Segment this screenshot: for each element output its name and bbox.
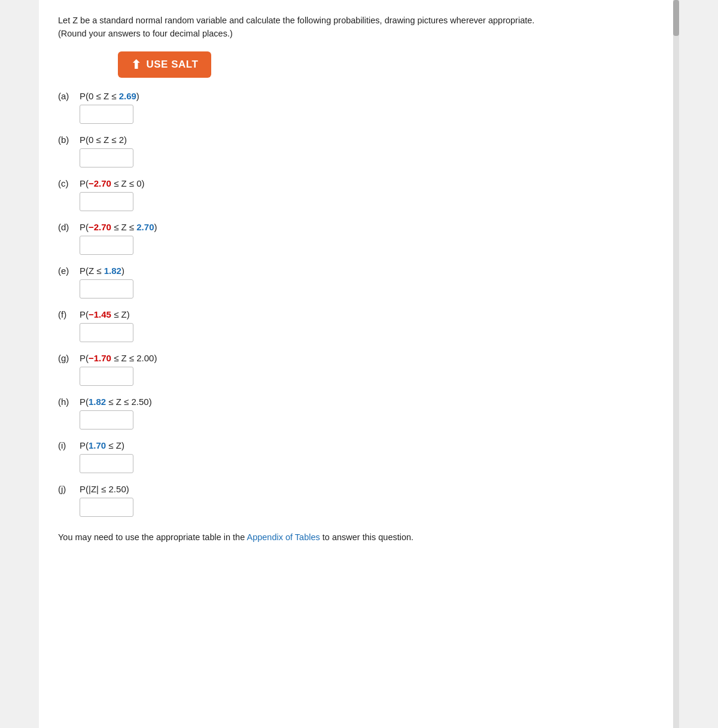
problem-letter-b: (b) — [58, 135, 75, 145]
problem-expr-j: P(|Z| ≤ 2.50) — [80, 484, 129, 494]
problem-letter-i: (i) — [58, 440, 75, 450]
problem-letter-e: (e) — [58, 266, 75, 276]
problem-expr-b: P(0 ≤ Z ≤ 2) — [80, 135, 127, 145]
problem-expr-h: P(1.82 ≤ Z ≤ 2.50) — [80, 397, 152, 407]
problem-item-j: (j) P(|Z| ≤ 2.50) — [58, 484, 660, 517]
answer-input-i[interactable] — [80, 454, 133, 473]
problem-expr-c: P(−2.70 ≤ Z ≤ 0) — [80, 178, 145, 188]
problem-letter-d: (d) — [58, 222, 75, 232]
footer-note: You may need to use the appropriate tabl… — [58, 531, 660, 544]
highlight-d1: −2.70 — [89, 222, 111, 232]
problem-label-g: (g) P(−1.70 ≤ Z ≤ 2.00) — [58, 353, 660, 363]
answer-input-d[interactable] — [80, 236, 133, 255]
footer-text-before: You may need to use the appropriate tabl… — [58, 532, 247, 542]
problem-letter-a: (a) — [58, 91, 75, 101]
problem-expr-e: P(Z ≤ 1.82) — [80, 266, 124, 276]
highlight-c: −2.70 — [89, 178, 111, 188]
problem-label-i: (i) P(1.70 ≤ Z) — [58, 440, 660, 450]
problem-letter-h: (h) — [58, 397, 75, 407]
problem-item-c: (c) P(−2.70 ≤ Z ≤ 0) — [58, 178, 660, 211]
answer-input-e[interactable] — [80, 279, 133, 298]
problem-item-e: (e) P(Z ≤ 1.82) — [58, 266, 660, 298]
highlight-a: 2.69 — [119, 91, 136, 101]
problem-label-c: (c) P(−2.70 ≤ Z ≤ 0) — [58, 178, 660, 188]
problem-letter-f: (f) — [58, 309, 75, 319]
problem-label-a: (a) P(0 ≤ Z ≤ 2.69) — [58, 91, 660, 101]
problem-item-i: (i) P(1.70 ≤ Z) — [58, 440, 660, 473]
highlight-d2: 2.70 — [136, 222, 154, 232]
problem-item-d: (d) P(−2.70 ≤ Z ≤ 2.70) — [58, 222, 660, 255]
problem-label-f: (f) P(−1.45 ≤ Z) — [58, 309, 660, 319]
problem-item-g: (g) P(−1.70 ≤ Z ≤ 2.00) — [58, 353, 660, 386]
problem-list: (a) P(0 ≤ Z ≤ 2.69) (b) P(0 ≤ Z ≤ 2) (c)… — [58, 91, 660, 517]
answer-input-g[interactable] — [80, 367, 133, 386]
problem-letter-g: (g) — [58, 353, 75, 363]
highlight-i: 1.70 — [89, 440, 106, 450]
answer-input-a[interactable] — [80, 105, 133, 124]
answer-input-f[interactable] — [80, 323, 133, 342]
footer-text-after: to answer this question. — [320, 532, 413, 542]
problem-expr-f: P(−1.45 ≤ Z) — [80, 309, 130, 319]
problem-item-h: (h) P(1.82 ≤ Z ≤ 2.50) — [58, 397, 660, 430]
answer-input-h[interactable] — [80, 410, 133, 430]
problem-label-e: (e) P(Z ≤ 1.82) — [58, 266, 660, 276]
page-container: Let Z be a standard normal random variab… — [39, 0, 679, 728]
problem-item-a: (a) P(0 ≤ Z ≤ 2.69) — [58, 91, 660, 124]
instructions: Let Z be a standard normal random variab… — [58, 14, 660, 41]
appendix-link[interactable]: Appendix of Tables — [247, 532, 320, 542]
problem-label-b: (b) P(0 ≤ Z ≤ 2) — [58, 135, 660, 145]
problem-item-f: (f) P(−1.45 ≤ Z) — [58, 309, 660, 342]
salt-icon: ⬆ — [131, 57, 142, 72]
answer-input-c[interactable] — [80, 192, 133, 211]
problem-expr-i: P(1.70 ≤ Z) — [80, 440, 124, 450]
use-salt-label: USE SALT — [147, 59, 199, 71]
problem-expr-g: P(−1.70 ≤ Z ≤ 2.00) — [80, 353, 157, 363]
highlight-h: 1.82 — [89, 397, 106, 407]
problem-label-d: (d) P(−2.70 ≤ Z ≤ 2.70) — [58, 222, 660, 232]
instruction-line2: (Round your answers to four decimal plac… — [58, 29, 233, 38]
problem-letter-c: (c) — [58, 178, 75, 188]
problem-expr-d: P(−2.70 ≤ Z ≤ 2.70) — [80, 222, 157, 232]
scrollbar-thumb[interactable] — [673, 0, 679, 36]
use-salt-button[interactable]: ⬆ USE SALT — [118, 51, 211, 78]
problem-label-h: (h) P(1.82 ≤ Z ≤ 2.50) — [58, 397, 660, 407]
answer-input-b[interactable] — [80, 148, 133, 167]
answer-input-j[interactable] — [80, 498, 133, 517]
scrollbar-track — [673, 0, 679, 728]
problem-letter-j: (j) — [58, 484, 75, 494]
problem-expr-a: P(0 ≤ Z ≤ 2.69) — [80, 91, 139, 101]
problem-label-j: (j) P(|Z| ≤ 2.50) — [58, 484, 660, 494]
highlight-f: −1.45 — [89, 309, 111, 319]
highlight-g: −1.70 — [89, 353, 111, 363]
highlight-e: 1.82 — [104, 266, 121, 276]
problem-item-b: (b) P(0 ≤ Z ≤ 2) — [58, 135, 660, 167]
instruction-line1: Let Z be a standard normal random variab… — [58, 16, 534, 25]
